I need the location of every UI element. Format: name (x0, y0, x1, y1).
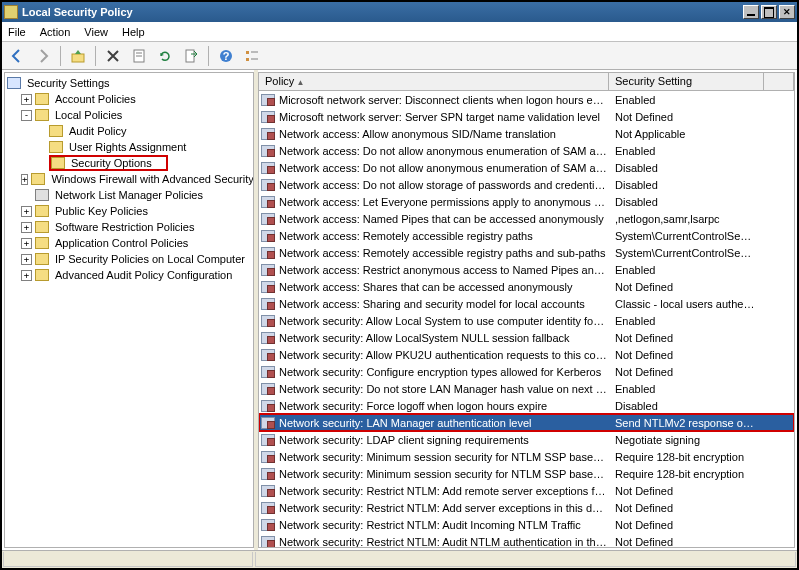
tree-item[interactable]: +Account Policies (7, 91, 251, 107)
tree-item[interactable]: +Public Key Policies (7, 203, 251, 219)
export-button[interactable] (180, 45, 202, 67)
policy-row[interactable]: Network security: LAN Manager authentica… (259, 414, 794, 431)
close-button[interactable] (779, 5, 795, 19)
policy-name: Network access: Do not allow anonymous e… (279, 162, 611, 174)
expand-toggle[interactable]: + (21, 206, 32, 217)
policy-row[interactable]: Network access: Allow anonymous SID/Name… (259, 125, 794, 142)
policy-row[interactable]: Microsoft network server: Disconnect cli… (259, 91, 794, 108)
expand-toggle[interactable]: - (21, 110, 32, 121)
policy-name: Network access: Allow anonymous SID/Name… (279, 128, 611, 140)
policy-icon (261, 451, 275, 463)
menu-action[interactable]: Action (40, 26, 71, 38)
policy-row[interactable]: Network security: Restrict NTLM: Audit I… (259, 516, 794, 533)
help-button[interactable]: ? (215, 45, 237, 67)
policy-setting: Classic - local users authe… (611, 298, 794, 310)
expand-toggle[interactable]: + (21, 94, 32, 105)
policy-row[interactable]: Network access: Remotely accessible regi… (259, 244, 794, 261)
policy-row[interactable]: Network access: Named Pipes that can be … (259, 210, 794, 227)
tree-item[interactable]: +Software Restriction Policies (7, 219, 251, 235)
folder-icon (35, 109, 49, 121)
menu-help[interactable]: Help (122, 26, 145, 38)
policy-setting: Negotiate signing (611, 434, 794, 446)
tree-item[interactable]: Network List Manager Policies (7, 187, 251, 203)
policy-name: Network security: LAN Manager authentica… (279, 417, 611, 429)
policy-row[interactable]: Network access: Restrict anonymous acces… (259, 261, 794, 278)
policy-row[interactable]: Network security: Configure encryption t… (259, 363, 794, 380)
up-button[interactable] (67, 45, 89, 67)
policy-name: Network security: Restrict NTLM: Add rem… (279, 485, 611, 497)
column-header-setting[interactable]: Security Setting (609, 73, 764, 90)
expand-toggle[interactable]: + (21, 174, 28, 185)
properties-button[interactable] (128, 45, 150, 67)
policy-row[interactable]: Network access: Do not allow anonymous e… (259, 159, 794, 176)
policy-row[interactable]: Network security: Minimum session securi… (259, 465, 794, 482)
refresh-button[interactable] (154, 45, 176, 67)
tree-item-label: IP Security Policies on Local Computer (53, 253, 247, 265)
tree-item[interactable]: +IP Security Policies on Local Computer (7, 251, 251, 267)
policy-row[interactable]: Network access: Do not allow anonymous e… (259, 142, 794, 159)
statusbar (2, 550, 797, 568)
policy-setting: Enabled (611, 315, 794, 327)
policy-row[interactable]: Network access: Let Everyone permissions… (259, 193, 794, 210)
policy-name: Microsoft network server: Disconnect cli… (279, 94, 611, 106)
tree-item-label: Account Policies (53, 93, 138, 105)
expand-toggle[interactable]: + (21, 238, 32, 249)
minimize-button[interactable] (743, 5, 759, 19)
expand-toggle[interactable]: + (21, 254, 32, 265)
policy-setting: Disabled (611, 400, 794, 412)
tree-item[interactable]: +Windows Firewall with Advanced Security (7, 171, 251, 187)
back-button[interactable] (6, 45, 28, 67)
policy-icon (261, 400, 275, 412)
policy-row[interactable]: Network security: Minimum session securi… (259, 448, 794, 465)
policy-row[interactable]: Network access: Sharing and security mod… (259, 295, 794, 312)
policy-row[interactable]: Network security: Allow Local System to … (259, 312, 794, 329)
policy-row[interactable]: Network security: LDAP client signing re… (259, 431, 794, 448)
list-body[interactable]: Microsoft network server: Disconnect cli… (259, 91, 794, 547)
list-button[interactable] (241, 45, 263, 67)
policy-icon (261, 366, 275, 378)
policy-row[interactable]: Network security: Allow LocalSystem NULL… (259, 329, 794, 346)
policy-row[interactable]: Microsoft network server: Server SPN tar… (259, 108, 794, 125)
policy-row[interactable]: Network security: Do not store LAN Manag… (259, 380, 794, 397)
policy-name: Network security: Allow PKU2U authentica… (279, 349, 611, 361)
titlebar[interactable]: Local Security Policy (2, 2, 797, 22)
policy-setting: Enabled (611, 94, 794, 106)
forward-button[interactable] (32, 45, 54, 67)
menu-file[interactable]: File (8, 26, 26, 38)
tree-item[interactable]: -Local Policies (7, 107, 251, 123)
tree-item[interactable]: User Rights Assignment (7, 139, 251, 155)
policy-name: Network security: Allow LocalSystem NULL… (279, 332, 611, 344)
tree-item[interactable]: Audit Policy (7, 123, 251, 139)
svg-rect-0 (72, 54, 84, 62)
expand-toggle[interactable]: + (21, 222, 32, 233)
menu-view[interactable]: View (84, 26, 108, 38)
expand-toggle[interactable]: + (21, 270, 32, 281)
policy-row[interactable]: Network security: Restrict NTLM: Add rem… (259, 482, 794, 499)
tree-item[interactable]: +Application Control Policies (7, 235, 251, 251)
maximize-button[interactable] (761, 5, 777, 19)
delete-button[interactable] (102, 45, 124, 67)
policy-row[interactable]: Network access: Remotely accessible regi… (259, 227, 794, 244)
policy-name: Network access: Sharing and security mod… (279, 298, 611, 310)
folder-icon (31, 173, 45, 185)
policy-setting: ,netlogon,samr,lsarpc (611, 213, 794, 225)
tree-item[interactable]: Security Options (7, 155, 251, 171)
policy-row[interactable]: Network security: Restrict NTLM: Add ser… (259, 499, 794, 516)
svg-rect-7 (246, 51, 249, 54)
policy-row[interactable]: Network security: Allow PKU2U authentica… (259, 346, 794, 363)
tree-root[interactable]: Security Settings (7, 75, 251, 91)
policy-row[interactable]: Network access: Do not allow storage of … (259, 176, 794, 193)
policy-setting: System\CurrentControlSe… (611, 230, 794, 242)
policy-icon (261, 417, 275, 429)
policy-name: Network access: Let Everyone permissions… (279, 196, 611, 208)
policy-row[interactable]: Network security: Force logoff when logo… (259, 397, 794, 414)
navigation-tree[interactable]: Security Settings +Account Policies-Loca… (4, 72, 254, 548)
folder-icon (35, 93, 49, 105)
policy-icon (261, 145, 275, 157)
policy-name: Network security: Force logoff when logo… (279, 400, 611, 412)
policy-row[interactable]: Network access: Shares that can be acces… (259, 278, 794, 295)
policy-row[interactable]: Network security: Restrict NTLM: Audit N… (259, 533, 794, 547)
policy-setting: Disabled (611, 196, 794, 208)
tree-item[interactable]: +Advanced Audit Policy Configuration (7, 267, 251, 283)
column-header-policy[interactable]: Policy (259, 73, 609, 90)
